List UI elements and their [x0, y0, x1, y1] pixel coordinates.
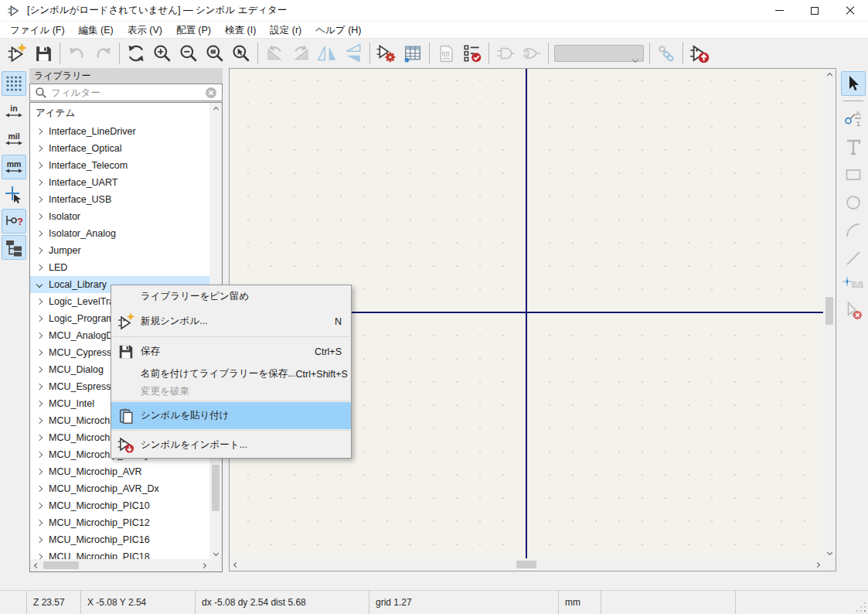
scroll-down-arrow[interactable]	[823, 546, 836, 558]
scroll-up-arrow[interactable]	[823, 69, 836, 81]
zoom-in-button[interactable]	[149, 40, 175, 67]
menu-item-paste-symbol[interactable]: シンボルを貼り付け	[111, 402, 351, 429]
menu-item-new-symbol[interactable]: 新規シンボル... N	[111, 307, 351, 336]
chevron-right-icon[interactable]	[36, 384, 43, 390]
zoom-fit-button[interactable]	[202, 40, 228, 67]
scroll-down-arrow[interactable]	[209, 547, 222, 559]
scroll-left-arrow[interactable]	[230, 558, 242, 571]
tree-item[interactable]: Interface_USB	[30, 191, 209, 208]
de-morgan-standard-button[interactable]	[492, 40, 519, 67]
menu-preferences[interactable]: 設定 (r)	[263, 22, 308, 39]
symbol-properties-button[interactable]	[373, 40, 400, 67]
new-symbol-button[interactable]	[4, 40, 30, 67]
rotate-ccw-button[interactable]	[261, 40, 288, 67]
clear-filter-icon[interactable]	[205, 87, 217, 99]
tree-item[interactable]: Jumper	[30, 242, 209, 259]
select-tool-button[interactable]	[841, 71, 866, 96]
tree-item[interactable]: MCU_Microchip_PIC10	[30, 497, 209, 514]
tree-item[interactable]: Isolator	[30, 208, 209, 225]
menu-item-pin-library[interactable]: ライブラリーをピン留め	[111, 285, 351, 307]
add-rectangle-button[interactable]	[841, 162, 866, 187]
grid-toggle-button[interactable]	[2, 71, 26, 96]
chevron-right-icon[interactable]	[36, 452, 43, 458]
tree-item[interactable]: MCU_Microchip_PIC18	[30, 548, 209, 559]
add-circle-button[interactable]	[841, 190, 866, 215]
chevron-right-icon[interactable]	[36, 128, 43, 135]
mirror-vertical-button[interactable]	[340, 40, 366, 67]
show-hidden-pins-button[interactable]: ?	[2, 209, 26, 234]
chevron-right-icon[interactable]	[36, 264, 43, 271]
scroll-right-arrow[interactable]	[811, 558, 823, 571]
chevron-right-icon[interactable]	[36, 247, 43, 254]
tree-horizontal-scrollbar[interactable]	[30, 559, 209, 571]
chevron-right-icon[interactable]	[36, 418, 43, 424]
menu-inspect[interactable]: 検査 (I)	[218, 22, 263, 39]
tree-item[interactable]: MCU_Microchip_PIC12	[30, 514, 209, 531]
canvas-horizontal-scrollbar[interactable]	[230, 558, 823, 571]
chevron-right-icon[interactable]	[36, 162, 43, 169]
chevron-down-icon[interactable]	[36, 281, 43, 288]
tree-item[interactable]: Interface_LineDriver	[30, 123, 209, 140]
tree-item[interactable]: LED	[30, 259, 209, 276]
chevron-right-icon[interactable]	[36, 401, 43, 407]
menu-item-save-library-as[interactable]: 名前を付けてライブラリーを保存... Ctrl+Shift+S	[111, 365, 351, 383]
zoom-selection-button[interactable]	[228, 40, 254, 67]
chevron-right-icon[interactable]	[36, 554, 43, 559]
units-mils-button[interactable]: mil	[2, 127, 26, 152]
refresh-view-button[interactable]	[123, 40, 149, 67]
unit-select-dropdown[interactable]	[554, 45, 644, 62]
scrollbar-thumb[interactable]	[516, 561, 536, 568]
menu-item-save[interactable]: 保存 Ctrl+S	[111, 338, 351, 365]
crosshair-cursor-button[interactable]	[2, 182, 26, 207]
sync-pins-button[interactable]	[653, 40, 679, 67]
undo-button[interactable]	[63, 40, 90, 67]
tree-item[interactable]: MCU_Microchip_AVR	[30, 463, 209, 480]
menu-place[interactable]: 配置 (P)	[169, 22, 218, 39]
scroll-right-arrow[interactable]	[197, 559, 209, 571]
add-symbol-to-schematic-button[interactable]	[686, 40, 713, 67]
resize-grip[interactable]	[864, 610, 866, 612]
menu-edit[interactable]: 編集 (E)	[72, 22, 121, 39]
datasheet-button[interactable]	[433, 40, 459, 67]
units-inches-button[interactable]: in	[2, 99, 26, 124]
tree-item[interactable]: Interface_Optical	[30, 140, 209, 157]
chevron-right-icon[interactable]	[36, 367, 43, 373]
chevron-right-icon[interactable]	[36, 435, 43, 441]
close-button[interactable]	[832, 0, 868, 22]
delete-tool-button[interactable]	[841, 298, 866, 323]
de-morgan-alternate-button[interactable]	[519, 40, 545, 67]
tree-item[interactable]: MCU_Microchip_PIC16	[30, 531, 209, 548]
pin-table-button[interactable]	[400, 40, 426, 67]
scrollbar-thumb[interactable]	[825, 297, 833, 325]
menu-view[interactable]: 表示 (V)	[121, 22, 169, 39]
menu-item-import-symbol[interactable]: シンボルをインポート...	[111, 432, 351, 458]
chevron-right-icon[interactable]	[36, 537, 43, 543]
chevron-right-icon[interactable]	[36, 333, 43, 339]
menu-file[interactable]: ファイル (F)	[3, 22, 72, 39]
add-line-button[interactable]	[841, 246, 866, 271]
chevron-right-icon[interactable]	[36, 350, 43, 356]
menu-help[interactable]: ヘルプ (H)	[308, 22, 368, 39]
chevron-right-icon[interactable]	[36, 145, 43, 152]
tree-item[interactable]: Interface_UART	[30, 174, 209, 191]
move-anchor-button[interactable]: (0,0)	[841, 274, 866, 295]
units-mm-button[interactable]: mm	[2, 155, 26, 179]
tree-item[interactable]: Interface_Telecom	[30, 157, 209, 174]
chevron-right-icon[interactable]	[36, 469, 43, 475]
rotate-cw-button[interactable]	[288, 40, 314, 67]
erc-check-button[interactable]	[459, 40, 485, 67]
tree-item[interactable]: MCU_Microchip_AVR_Dx	[30, 480, 209, 497]
scroll-up-arrow[interactable]	[209, 103, 222, 115]
add-pin-button[interactable]: A 1	[841, 107, 866, 131]
mirror-horizontal-button[interactable]	[314, 40, 340, 67]
chevron-right-icon[interactable]	[36, 179, 43, 186]
canvas-vertical-scrollbar[interactable]	[823, 69, 836, 558]
add-arc-button[interactable]	[841, 218, 866, 243]
chevron-right-icon[interactable]	[36, 230, 43, 237]
maximize-button[interactable]	[797, 0, 832, 22]
minimize-button[interactable]	[761, 0, 797, 22]
tree-item[interactable]: Isolator_Analog	[30, 225, 209, 242]
chevron-right-icon[interactable]	[36, 213, 43, 220]
scrollbar-thumb[interactable]	[212, 465, 220, 511]
zoom-out-button[interactable]	[175, 40, 202, 67]
